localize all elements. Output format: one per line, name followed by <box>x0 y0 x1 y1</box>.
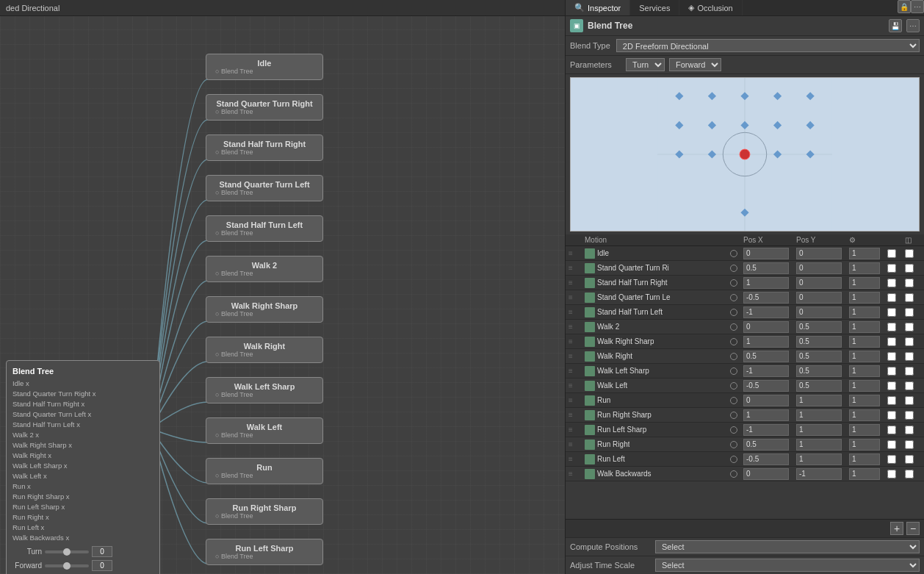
row-posx-7[interactable] <box>743 351 789 362</box>
row-posy-9[interactable] <box>796 380 842 392</box>
row-cb2-4[interactable] <box>905 308 914 317</box>
node-wls[interactable]: Walk Left Sharp ○ Blend Tree <box>206 377 323 403</box>
row-posx-12[interactable] <box>743 424 789 436</box>
row-circle-14[interactable] <box>730 456 737 463</box>
row-cb2-8[interactable] <box>905 367 914 376</box>
row-cb2-11[interactable] <box>905 411 914 420</box>
row-posy-8[interactable] <box>796 365 842 377</box>
row-cb1-8[interactable] <box>887 367 896 376</box>
turn-thumb[interactable] <box>63 548 71 556</box>
row-posy-1[interactable] <box>796 262 842 274</box>
row-speed-9[interactable] <box>849 380 880 392</box>
row-cb2-6[interactable] <box>905 337 914 346</box>
table-row[interactable]: ≡ Walk Left <box>566 379 924 393</box>
row-posy-4[interactable] <box>796 306 842 318</box>
node-sqtr[interactable]: Stand Quarter Turn Right ○ Blend Tree <box>206 94 323 121</box>
remove-row-btn[interactable]: − <box>906 522 920 535</box>
row-circle-6[interactable] <box>730 338 737 345</box>
row-circle-8[interactable] <box>730 367 737 375</box>
row-posx-15[interactable] <box>743 468 789 480</box>
row-speed-6[interactable] <box>849 336 880 348</box>
row-posy-5[interactable] <box>796 321 842 333</box>
row-cb2-14[interactable] <box>905 455 914 464</box>
row-posx-14[interactable] <box>743 453 789 465</box>
row-circle-15[interactable] <box>730 470 737 478</box>
table-row[interactable]: ≡ Run Left Sharp <box>566 423 924 437</box>
row-cb1-9[interactable] <box>887 381 896 390</box>
row-speed-12[interactable] <box>849 424 880 436</box>
row-cb1-11[interactable] <box>887 411 896 420</box>
row-cb2-13[interactable] <box>905 440 914 449</box>
row-cb1-10[interactable] <box>887 396 896 405</box>
compute-positions-select[interactable]: Select <box>655 540 920 553</box>
row-cb2-0[interactable] <box>905 249 914 258</box>
blend-type-select[interactable]: 2D Freeform Directional <box>616 39 920 52</box>
row-cb2-15[interactable] <box>905 470 914 478</box>
param2-select[interactable]: Forward <box>669 58 721 71</box>
node-wl[interactable]: Walk Left ○ Blend Tree <box>206 417 323 444</box>
row-cb1-0[interactable] <box>887 249 896 258</box>
table-row[interactable]: ≡ Stand Half Turn Left <box>566 305 924 320</box>
node-rls[interactable]: Run Left Sharp ○ Blend Tree <box>206 539 323 565</box>
row-speed-5[interactable] <box>849 321 880 333</box>
node-idle[interactable]: Idle ○ Blend Tree <box>206 54 323 80</box>
row-cb1-1[interactable] <box>887 264 896 273</box>
row-circle-3[interactable] <box>730 294 737 301</box>
table-row[interactable]: ≡ Walk Backwards <box>566 467 924 481</box>
table-row[interactable]: ≡ Walk 2 <box>566 320 924 334</box>
row-cb1-15[interactable] <box>887 470 896 478</box>
row-cb2-1[interactable] <box>905 264 914 273</box>
row-posx-2[interactable] <box>743 277 789 289</box>
node-wrs[interactable]: Walk Right Sharp ○ Blend Tree <box>206 296 323 323</box>
row-cb1-13[interactable] <box>887 440 896 449</box>
row-posy-0[interactable] <box>796 248 842 259</box>
node-shtl[interactable]: Stand Half Turn Left ○ Blend Tree <box>206 215 323 242</box>
row-cb1-4[interactable] <box>887 308 896 317</box>
row-cb1-14[interactable] <box>887 455 896 464</box>
tab-occlusion[interactable]: ◈ Occlusion <box>679 0 742 15</box>
row-posy-12[interactable] <box>796 424 842 436</box>
row-circle-7[interactable] <box>730 353 737 360</box>
row-circle-12[interactable] <box>730 426 737 434</box>
row-speed-8[interactable] <box>849 365 880 377</box>
table-row[interactable]: ≡ Stand Quarter Turn Ri <box>566 261 924 276</box>
freeform-diagram[interactable] <box>570 77 920 232</box>
node-rrs[interactable]: Run Right Sharp ○ Blend Tree <box>206 498 323 525</box>
row-speed-11[interactable] <box>849 409 880 421</box>
row-posx-5[interactable] <box>743 321 789 333</box>
table-row[interactable]: ≡ Walk Left Sharp <box>566 364 924 379</box>
row-posx-10[interactable] <box>743 395 789 406</box>
table-row[interactable]: ≡ Idle <box>566 246 924 261</box>
row-circle-11[interactable] <box>730 412 737 419</box>
row-posy-2[interactable] <box>796 277 842 289</box>
table-row[interactable]: ≡ Stand Quarter Turn Le <box>566 290 924 305</box>
row-posy-10[interactable] <box>796 395 842 406</box>
row-cb2-9[interactable] <box>905 381 914 390</box>
row-circle-1[interactable] <box>730 265 737 272</box>
row-speed-15[interactable] <box>849 468 880 480</box>
row-posx-0[interactable] <box>743 248 789 259</box>
row-speed-10[interactable] <box>849 395 880 406</box>
row-cb2-10[interactable] <box>905 396 914 405</box>
row-cb1-12[interactable] <box>887 426 896 434</box>
row-cb2-7[interactable] <box>905 352 914 361</box>
row-speed-1[interactable] <box>849 262 880 274</box>
row-posx-8[interactable] <box>743 365 789 377</box>
motion-table[interactable]: ≡ Idle ≡ Stand Quarter Turn Ri ≡ <box>566 246 924 519</box>
row-posy-7[interactable] <box>796 351 842 362</box>
inspector-lock-btn[interactable]: 🔒 <box>898 0 911 13</box>
row-cb2-2[interactable] <box>905 279 914 287</box>
row-speed-13[interactable] <box>849 439 880 451</box>
inspector-menu-btn[interactable]: ⋯ <box>911 0 924 13</box>
blend-tree-info-box[interactable]: Blend Tree Idle x Stand Quarter Turn Rig… <box>6 360 160 574</box>
row-cb2-12[interactable] <box>905 426 914 434</box>
row-posx-4[interactable] <box>743 306 789 318</box>
row-posx-3[interactable] <box>743 292 789 304</box>
row-circle-5[interactable] <box>730 323 737 331</box>
row-cb2-3[interactable] <box>905 293 914 302</box>
graph-panel[interactable]: ded Directional Idle ○ Blend Tree Stand … <box>0 0 565 574</box>
row-circle-4[interactable] <box>730 309 737 316</box>
forward-thumb[interactable] <box>63 562 71 570</box>
node-run[interactable]: Run ○ Blend Tree <box>206 458 323 484</box>
save-btn[interactable]: 💾 <box>889 19 902 32</box>
